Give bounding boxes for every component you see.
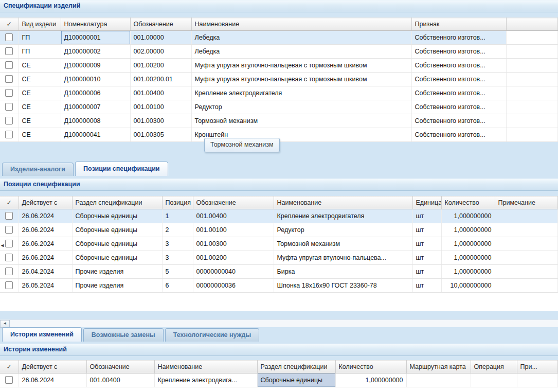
- row-checkbox[interactable]: [5, 254, 13, 261]
- column-header-quantity[interactable]: Количество: [335, 361, 406, 373]
- column-header-operation[interactable]: Операция: [471, 361, 517, 373]
- cell-designation[interactable]: 00000000036: [193, 279, 274, 293]
- cell-product-kind[interactable]: ГП: [19, 45, 61, 59]
- checkbox-cell[interactable]: [0, 114, 19, 128]
- table-row[interactable]: 26.06.2024 Сборочные единицы 3 001.00300…: [0, 237, 558, 251]
- cell-nomenclature[interactable]: Д100000010: [61, 73, 130, 86]
- column-header-position[interactable]: Позиция▲: [162, 197, 193, 209]
- cell-attribute[interactable]: Собственного изготов...: [411, 31, 506, 45]
- cell-designation[interactable]: 001.00400: [193, 209, 274, 223]
- table-row[interactable]: СЕ Д100000009 001.00200 Муфта упругая вт…: [0, 59, 558, 73]
- column-header-note[interactable]: Примечание: [495, 197, 558, 209]
- table-row[interactable]: 26.06.2024 001.00400 Крепление электродв…: [0, 373, 558, 387]
- select-column-header[interactable]: ✓: [0, 18, 19, 31]
- column-header-designation[interactable]: Обозначение: [130, 18, 191, 31]
- cell-product-kind[interactable]: СЕ: [19, 114, 61, 128]
- cell-nomenclature[interactable]: Д100000008: [61, 114, 130, 128]
- cell-operation[interactable]: [471, 373, 517, 387]
- column-header-name[interactable]: Наименование: [191, 18, 411, 31]
- table-row[interactable]: ГП Д100000002 002.00000 Лебедка Собствен…: [0, 45, 558, 59]
- select-column-header[interactable]: ✓: [0, 361, 19, 373]
- cell-name[interactable]: Лебедка: [191, 45, 411, 59]
- column-header-valid-from[interactable]: Действует с: [19, 197, 72, 209]
- cell-quantity[interactable]: 10,000000000: [441, 279, 495, 293]
- cell-spec-section[interactable]: Сборочные единицы: [257, 373, 335, 387]
- cell-nomenclature[interactable]: Д100000041: [61, 128, 130, 142]
- checkbox-cell[interactable]: [0, 59, 19, 73]
- cell-name[interactable]: Крепление электродвигателя: [191, 86, 411, 100]
- row-checkbox[interactable]: [5, 47, 13, 55]
- tab-specification-positions[interactable]: Позиции спецификации: [75, 162, 168, 176]
- cell-product-kind[interactable]: ГП: [19, 31, 61, 45]
- column-header-valid-from[interactable]: Действует с: [19, 361, 86, 373]
- cell-position[interactable]: 1: [162, 209, 193, 223]
- cell-nomenclature[interactable]: Д100000002: [61, 45, 130, 59]
- cell-designation[interactable]: 001.00400: [86, 373, 154, 387]
- cell-name[interactable]: Крепление электродвигателя: [274, 209, 412, 223]
- column-header-name[interactable]: Наименование: [274, 197, 412, 209]
- cell-quantity[interactable]: 1,000000000: [441, 265, 495, 279]
- row-checkbox[interactable]: [5, 226, 13, 234]
- cell-designation[interactable]: 001.00300: [193, 237, 274, 251]
- cell-designation[interactable]: 001.00200.01: [130, 73, 191, 86]
- cell-spec-section[interactable]: Сборочные единицы: [72, 237, 162, 251]
- column-header-quantity[interactable]: Количество: [441, 197, 495, 209]
- cell-position[interactable]: 6: [162, 279, 193, 293]
- cell-unit[interactable]: шт: [412, 209, 441, 223]
- cell-spec-section[interactable]: Сборочные единицы: [72, 251, 162, 265]
- cell-name[interactable]: Шпонка 18x16x90 ГОСТ 23360-78: [274, 279, 412, 293]
- table-row[interactable]: ГП Д100000001 001.00000 Лебедка Собствен…: [0, 31, 558, 45]
- cell-note[interactable]: [495, 237, 558, 251]
- cell-note[interactable]: [495, 279, 558, 293]
- row-checkbox[interactable]: [5, 75, 13, 83]
- row-checkbox[interactable]: [5, 33, 13, 41]
- checkbox-cell[interactable]: [0, 100, 19, 114]
- cell-valid-from[interactable]: 26.06.2024: [19, 223, 72, 237]
- column-header-note[interactable]: При...: [517, 361, 558, 373]
- cell-name[interactable]: Муфта упругая втулочно-пальцевая с тормо…: [191, 73, 411, 86]
- cell-nomenclature[interactable]: Д100000009: [61, 59, 130, 73]
- row-checkbox[interactable]: [5, 117, 13, 124]
- cell-note[interactable]: [495, 265, 558, 279]
- column-header-attribute[interactable]: Признак: [411, 18, 506, 31]
- table-row[interactable]: СЕ Д100000006 001.00400 Крепление электр…: [0, 86, 558, 100]
- table-row[interactable]: СЕ Д100000008 001.00300 Тормозной механи…: [0, 114, 558, 128]
- table-row[interactable]: СЕ Д100000010 001.00200.01 Муфта упругая…: [0, 73, 558, 86]
- cell-attribute[interactable]: Собственного изготов...: [411, 114, 506, 128]
- tab-change-history[interactable]: История изменений: [2, 327, 82, 342]
- cell-unit[interactable]: шт: [412, 265, 441, 279]
- checkbox-cell[interactable]: [0, 265, 19, 279]
- select-column-header[interactable]: ✓: [0, 197, 19, 209]
- cell-product-kind[interactable]: СЕ: [19, 100, 61, 114]
- cell-attribute[interactable]: Собственного изготов...: [411, 128, 506, 142]
- cell-designation[interactable]: 001.00400: [130, 86, 191, 100]
- cell-unit[interactable]: шт: [412, 279, 441, 293]
- checkbox-cell[interactable]: [0, 73, 19, 86]
- cell-name[interactable]: Тормозной механизм: [274, 237, 412, 251]
- cell-quantity[interactable]: 1,000000000: [441, 251, 495, 265]
- cell-nomenclature[interactable]: Д100000006: [61, 86, 130, 100]
- cell-name[interactable]: Муфта упругая втулочно-пальцева...: [274, 251, 412, 265]
- tab-products-analogs[interactable]: Изделия-аналоги: [2, 163, 74, 176]
- cell-note[interactable]: [517, 373, 558, 387]
- table-row[interactable]: 26.06.2024 Сборочные единицы 2 001.00100…: [0, 223, 558, 237]
- cell-name[interactable]: Лебедка: [191, 31, 411, 45]
- row-checkbox[interactable]: [5, 281, 13, 289]
- table-row[interactable]: 26.06.2024 Сборочные единицы 3 001.00200…: [0, 251, 558, 265]
- cell-product-kind[interactable]: СЕ: [19, 86, 61, 100]
- cell-name[interactable]: Бирка: [274, 265, 412, 279]
- checkbox-cell[interactable]: [0, 209, 19, 223]
- tab-technological-needs[interactable]: Технологические нужды: [165, 328, 259, 342]
- cell-name[interactable]: Крепление электродвига...: [154, 373, 257, 387]
- cell-spec-section[interactable]: Прочие изделия: [72, 279, 162, 293]
- cell-unit[interactable]: шт: [412, 251, 441, 265]
- cell-valid-from[interactable]: 26.05.2024: [19, 279, 72, 293]
- cell-unit[interactable]: шт: [412, 223, 441, 237]
- cell-note[interactable]: [495, 209, 558, 223]
- cell-designation[interactable]: 00000000040: [193, 265, 274, 279]
- table-row[interactable]: 26.04.2024 Прочие изделия 5 00000000040 …: [0, 265, 558, 279]
- cell-name[interactable]: Редуктор: [274, 223, 412, 237]
- table-row[interactable]: 26.06.2024 Сборочные единицы 1 001.00400…: [0, 209, 558, 223]
- checkbox-cell[interactable]: [0, 45, 19, 59]
- cell-designation[interactable]: 001.00100: [193, 223, 274, 237]
